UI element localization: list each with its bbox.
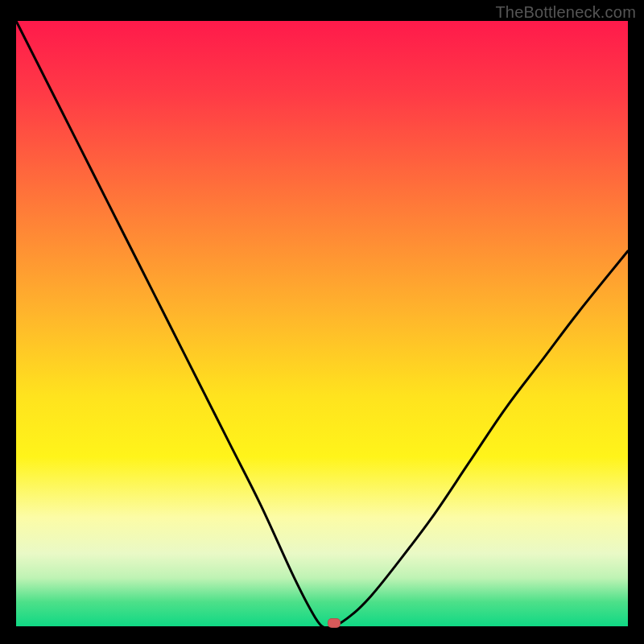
bottleneck-curve bbox=[16, 21, 628, 626]
chart-plot-area bbox=[16, 21, 628, 626]
watermark-text: TheBottleneck.com bbox=[495, 3, 636, 22]
optimum-marker bbox=[328, 618, 341, 628]
